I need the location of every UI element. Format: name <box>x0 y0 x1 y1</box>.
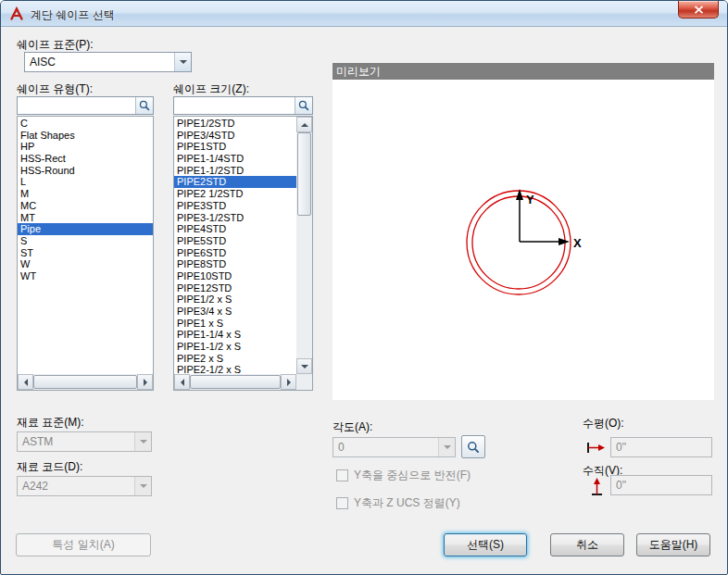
match-properties-label: 특성 일치(A) <box>52 537 114 553</box>
chevron-down-icon <box>134 477 151 495</box>
list-item[interactable]: PIPE2STD <box>174 176 296 188</box>
chevron-down-icon[interactable] <box>174 53 191 71</box>
stair-shape-select-dialog: 계단 쉐이프 선택 쉐이프 표준(P): AISC 쉐이프 유형(T): CFl… <box>0 0 728 575</box>
scroll-track[interactable] <box>33 374 137 390</box>
list-item[interactable]: PIPE3STD <box>174 200 296 212</box>
angle-combobox: 0 <box>333 437 456 457</box>
search-icon[interactable] <box>135 97 153 114</box>
scroll-up-button[interactable] <box>296 117 312 132</box>
horizontal-offset-icon <box>586 441 606 458</box>
list-item[interactable]: PIPE1-1/4STD <box>174 153 296 165</box>
chevron-down-icon <box>134 432 151 451</box>
list-item[interactable]: HP <box>18 141 153 153</box>
list-item[interactable]: Flat Shapes <box>18 130 153 142</box>
list-item[interactable]: PIPE3/4 x S <box>174 306 296 318</box>
list-item[interactable]: PIPE1-1/4 x S <box>174 329 296 341</box>
list-item[interactable]: PIPE6STD <box>174 247 296 259</box>
list-item[interactable]: PIPE1-1/2 x S <box>174 341 296 353</box>
list-item[interactable]: PIPE2-1/2 x S <box>174 364 296 374</box>
magnifier-icon <box>467 441 480 454</box>
scroll-right-button[interactable] <box>137 374 153 390</box>
select-label: 선택(S) <box>467 537 504 553</box>
checkbox-box <box>336 497 348 509</box>
close-icon <box>694 6 704 14</box>
search-icon[interactable] <box>295 97 312 114</box>
close-button[interactable] <box>678 1 719 19</box>
flip-about-y-label: Y축을 중심으로 반전(F) <box>354 468 471 483</box>
list-item[interactable]: HSS-Round <box>18 165 153 177</box>
list-item[interactable]: Pipe <box>18 223 153 235</box>
shape-type-filter-input[interactable] <box>18 97 135 114</box>
scroll-down-button[interactable] <box>296 358 312 374</box>
list-item[interactable]: M <box>18 188 153 200</box>
list-item[interactable]: MC <box>18 200 153 212</box>
shape-size-filter <box>173 96 313 115</box>
select-button[interactable]: 선택(S) <box>444 533 527 556</box>
shape-size-vscrollbar[interactable] <box>296 117 312 374</box>
list-item[interactable]: PIPE3-1/2STD <box>174 212 296 224</box>
align-y-z-ucs-checkbox: Y축과 Z UCS 정렬(Y) <box>336 495 460 511</box>
scrollbar-corner <box>296 374 312 390</box>
list-item[interactable]: PIPE1/2STD <box>174 118 296 130</box>
list-item[interactable]: ST <box>18 247 153 259</box>
list-item[interactable]: MT <box>18 212 153 224</box>
list-item[interactable]: PIPE4STD <box>174 223 296 235</box>
list-item[interactable]: PIPE1/2 x S <box>174 294 296 306</box>
axis-x-label: X <box>573 236 582 250</box>
list-item[interactable]: PIPE5STD <box>174 235 296 247</box>
list-item[interactable]: PIPE8STD <box>174 258 296 270</box>
list-item[interactable]: PIPE1 x S <box>174 318 296 330</box>
scroll-left-button[interactable] <box>18 374 33 390</box>
material-standard-combobox: ASTM <box>17 431 152 452</box>
shape-size-hscrollbar[interactable] <box>174 374 296 390</box>
list-item[interactable]: W <box>18 258 153 270</box>
scroll-thumb[interactable] <box>190 375 281 389</box>
material-standard-label: 재료 표준(M): <box>17 415 84 431</box>
preview-header: 미리보기 <box>333 63 714 80</box>
list-item[interactable]: S <box>18 235 153 247</box>
window-title: 계단 쉐이프 선택 <box>31 7 115 23</box>
shape-type-filter <box>17 96 154 115</box>
shape-standard-label: 쉐이프 표준(P): <box>17 37 94 53</box>
material-standard-value: ASTM <box>18 432 134 451</box>
horizontal-offset-input <box>610 437 712 457</box>
material-code-label: 재료 코드(D): <box>17 459 82 475</box>
list-item[interactable]: PIPE1STD <box>174 141 296 153</box>
shape-type-hscrollbar[interactable] <box>18 374 153 390</box>
scroll-right-button[interactable] <box>281 374 296 390</box>
title-bar[interactable]: 계단 쉐이프 선택 <box>1 1 727 27</box>
angle-label: 각도(A): <box>333 419 372 435</box>
shape-standard-combobox[interactable]: AISC <box>24 52 192 72</box>
help-button[interactable]: 도움말(H) <box>636 533 710 556</box>
cancel-label: 취소 <box>576 537 598 553</box>
horizontal-offset-label: 수평(O): <box>583 416 624 431</box>
scroll-thumb[interactable] <box>297 132 311 216</box>
shape-size-filter-input[interactable] <box>174 97 295 114</box>
list-item[interactable]: C <box>18 118 153 130</box>
list-item[interactable]: WT <box>18 270 153 282</box>
scroll-track[interactable] <box>190 374 281 390</box>
align-y-z-ucs-label: Y축과 Z UCS 정렬(Y) <box>354 495 460 511</box>
shape-size-label: 쉐이프 크기(Z): <box>173 81 249 97</box>
list-item[interactable]: PIPE2 1/2STD <box>174 188 296 200</box>
chevron-down-icon <box>438 438 455 456</box>
shape-size-listbox[interactable]: PIPE1/2STDPIPE3/4STDPIPE1STDPIPE1-1/4STD… <box>173 116 313 391</box>
vertical-offset-icon <box>590 477 604 500</box>
list-item[interactable]: PIPE2 x S <box>174 353 296 365</box>
autocad-icon <box>9 6 24 21</box>
shape-type-listbox[interactable]: CFlat ShapesHPHSS-RectHSS-RoundLMMCMTPip… <box>17 116 154 391</box>
match-properties-button: 특성 일치(A) <box>16 533 151 556</box>
list-item[interactable]: PIPE10STD <box>174 270 296 282</box>
shape-standard-value: AISC <box>25 53 174 71</box>
pick-angle-button[interactable] <box>461 435 485 458</box>
list-item[interactable]: HSS-Rect <box>18 153 153 165</box>
list-item[interactable]: PIPE1-1/2STD <box>174 165 296 177</box>
list-item[interactable]: PIPE3/4STD <box>174 130 296 142</box>
scroll-thumb[interactable] <box>33 375 137 389</box>
list-item[interactable]: L <box>18 176 153 188</box>
preview-title: 미리보기 <box>336 65 381 78</box>
checkbox-box <box>336 469 348 481</box>
cancel-button[interactable]: 취소 <box>550 533 624 556</box>
list-item[interactable]: PIPE12STD <box>174 282 296 294</box>
scroll-left-button[interactable] <box>174 374 190 390</box>
